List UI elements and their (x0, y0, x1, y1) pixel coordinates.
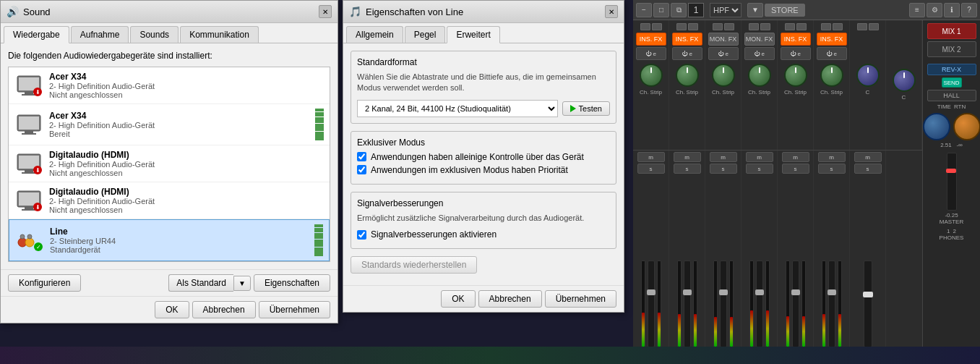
fader-track-3[interactable] (720, 261, 727, 347)
ch2-knob[interactable] (676, 64, 699, 87)
exklusiver-checkbox-1[interactable] (357, 152, 366, 161)
ch1-nav-left[interactable] (640, 23, 650, 30)
store-button[interactable]: STORE (765, 4, 805, 17)
revx-label[interactable]: REV-X (927, 64, 976, 75)
mute-btn-7[interactable]: m (854, 152, 882, 162)
device-list[interactable]: ⬇ Acer X34 2- High Definition Audio-Gerä… (8, 67, 330, 262)
list-item[interactable]: ⬇ Acer X34 2- High Definition Audio-Gerä… (9, 67, 330, 104)
ch5-power[interactable]: ⏻ e (781, 47, 811, 60)
mixer-copy-button[interactable]: ⧉ (671, 3, 687, 17)
solo-btn-2[interactable]: s (674, 164, 701, 174)
master-fader-track[interactable] (947, 153, 957, 211)
ch5-nav-left[interactable] (785, 23, 795, 30)
fader-handle-7[interactable] (863, 292, 873, 297)
ch3-nav-right[interactable] (724, 23, 734, 30)
konfigurieren-button[interactable]: Konfigurieren (8, 274, 81, 292)
mute-btn-3[interactable]: m (710, 152, 737, 162)
format-select[interactable]: 2 Kanal, 24 Bit, 44100 Hz (Studioqualitä… (357, 100, 558, 117)
sound-ok-button[interactable]: OK (155, 301, 189, 318)
solo-btn-6[interactable]: s (818, 164, 846, 174)
ch5-nav-right[interactable] (796, 23, 807, 30)
als-standard-button[interactable]: Als Standard (168, 274, 233, 292)
fader-track-6[interactable] (828, 261, 835, 347)
ch6-nav-right[interactable] (833, 23, 843, 30)
hall-btn[interactable]: HALL (927, 90, 976, 101)
ch5-knob[interactable] (784, 64, 807, 87)
ch6-knob[interactable] (820, 64, 843, 87)
mix1-label[interactable]: MIX 1 (927, 23, 976, 39)
ch3-knob[interactable] (712, 64, 735, 87)
list-item[interactable]: ✓ Line 2- Steinberg UR44 Standardgerät (9, 219, 330, 261)
ch1-power[interactable]: ⏻ e (636, 47, 666, 60)
list-item[interactable]: ⬇ Digitalaudio (HDMI) 2- High Definition… (9, 182, 330, 219)
solo-btn-4[interactable]: s (746, 164, 773, 174)
ch1-nav-right[interactable] (652, 23, 662, 30)
help-icon-btn[interactable]: ? (961, 3, 977, 17)
props-übernehmen-button[interactable]: Übernehmen (545, 290, 616, 308)
tab-pegel[interactable]: Pegel (405, 26, 446, 43)
sound-übernehmen-button[interactable]: Übernehmen (259, 301, 330, 318)
exklusiver-checkbox-2[interactable] (357, 165, 366, 174)
ch1-ins-fx[interactable]: INS. FX (636, 33, 666, 46)
ch2-power[interactable]: ⏻ e (672, 47, 702, 60)
ch8-knob[interactable] (893, 69, 916, 92)
settings-icon-btn[interactable]: ⚙ (927, 3, 942, 17)
ch4-nav-right[interactable] (760, 23, 770, 30)
tab-kommunikation[interactable]: Kommunikation (180, 26, 259, 43)
props-ok-button[interactable]: OK (441, 290, 475, 308)
ch6-nav-left[interactable] (821, 23, 831, 30)
fader-track-4[interactable] (756, 261, 763, 347)
props-close-button[interactable]: ✕ (605, 5, 618, 18)
standards-button[interactable]: Standards wiederherstellen (351, 256, 477, 274)
filter-select[interactable]: HPF (710, 3, 742, 17)
equalizer-icon-btn[interactable]: ≡ (909, 3, 925, 17)
ch3-mon-fx[interactable]: MON. FX (708, 33, 739, 46)
rtn-knob[interactable] (953, 113, 981, 140)
ch2-nav-left[interactable] (676, 23, 687, 30)
ch2-nav-right[interactable] (688, 23, 698, 30)
solo-btn-5[interactable]: s (782, 164, 809, 174)
als-standard-arrow[interactable]: ▼ (233, 276, 251, 291)
tab-wiedergabe[interactable]: Wiedergabe (4, 26, 69, 43)
ch1-knob[interactable] (640, 64, 663, 87)
ch4-power[interactable]: ⏻ e (744, 47, 775, 60)
mute-btn-6[interactable]: m (818, 152, 846, 162)
test-button[interactable]: Testen (562, 101, 610, 116)
fader-track-7[interactable] (864, 261, 872, 347)
time-knob[interactable] (923, 113, 950, 140)
ch6-power[interactable]: ⏻ e (817, 47, 847, 60)
sound-close-button[interactable]: ✕ (319, 5, 332, 18)
list-item[interactable]: Acer X34 2- High Definition Audio-Gerät … (9, 104, 330, 145)
tab-erweitert[interactable]: Erweitert (447, 26, 499, 43)
tab-sounds[interactable]: Sounds (130, 26, 179, 43)
fader-handle-4[interactable] (755, 289, 764, 295)
fader-handle-5[interactable] (791, 289, 800, 295)
ch7-knob[interactable] (856, 64, 880, 87)
props-abbrechen-button[interactable]: Abbrechen (478, 290, 542, 308)
ch3-power[interactable]: ⏻ e (708, 47, 739, 60)
mute-btn-5[interactable]: m (782, 152, 809, 162)
ch3-nav-left[interactable] (713, 23, 723, 30)
fader-track-5[interactable] (792, 261, 799, 347)
fader-handle-2[interactable] (683, 289, 692, 295)
ch2-ins-fx[interactable]: INS. FX (672, 33, 702, 46)
mute-btn-2[interactable]: m (674, 152, 701, 162)
fader-track-1[interactable] (648, 261, 655, 347)
ch4-mon-fx[interactable]: MON. FX (744, 33, 775, 46)
fader-handle-3[interactable] (719, 289, 728, 295)
send-btn[interactable]: SEND (942, 77, 962, 88)
eigenschaften-button[interactable]: Eigenschaften (254, 274, 330, 292)
ch4-nav-left[interactable] (749, 23, 759, 30)
sound-abbrechen-button[interactable]: Abbrechen (192, 301, 256, 318)
fader-track-2[interactable] (684, 261, 691, 347)
fader-handle-6[interactable] (828, 289, 836, 295)
solo-btn-3[interactable]: s (710, 164, 737, 174)
ch6-ins-fx[interactable]: INS. FX (817, 33, 847, 46)
tab-aufnahme[interactable]: Aufnahme (71, 26, 129, 43)
signal-checkbox-1[interactable] (357, 230, 366, 240)
ch4-knob[interactable] (748, 64, 771, 87)
list-item[interactable]: ⬇ Digitalaudio (HDMI) 2- High Definition… (9, 145, 330, 182)
mixer-maximize-button[interactable]: □ (653, 3, 669, 17)
mixer-minimize-button[interactable]: − (636, 3, 652, 17)
master-fader-handle[interactable] (946, 169, 956, 173)
